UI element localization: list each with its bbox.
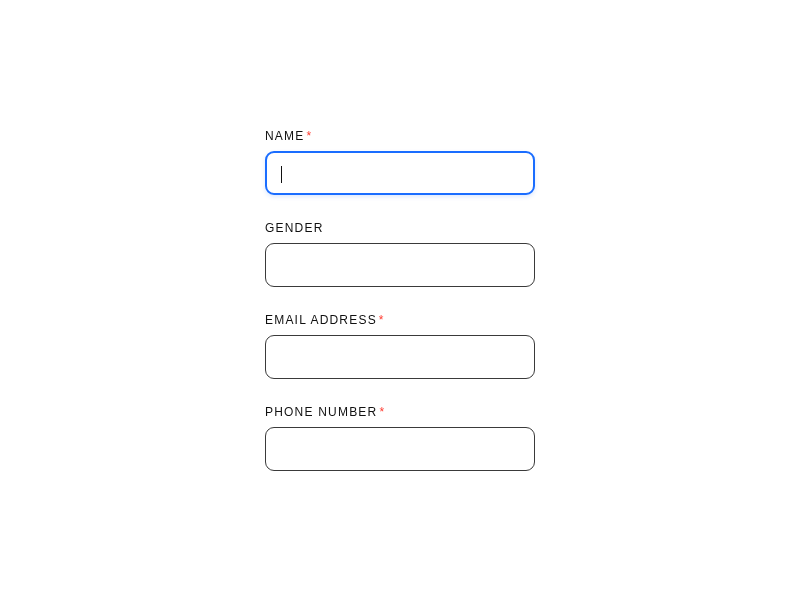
gender-input[interactable] [265,243,535,287]
email-input-value [278,336,522,378]
required-mark-icon: * [306,129,312,143]
name-input-value [279,153,521,193]
field-name: NAME* [265,129,535,195]
gender-input-value [278,244,522,286]
phone-input-value [278,428,522,470]
phone-label: PHONE NUMBER* [265,405,535,419]
email-input[interactable] [265,335,535,379]
required-mark-icon: * [379,405,385,419]
field-phone: PHONE NUMBER* [265,405,535,471]
name-label: NAME* [265,129,535,143]
required-mark-icon: * [379,313,385,327]
gender-label: GENDER [265,221,535,235]
field-gender: GENDER [265,221,535,287]
gender-label-text: GENDER [265,221,324,235]
field-email: EMAIL ADDRESS* [265,313,535,379]
contact-form: NAME* GENDER EMAIL ADDRESS* PHON [265,129,535,471]
email-label-text: EMAIL ADDRESS [265,313,377,327]
email-label: EMAIL ADDRESS* [265,313,535,327]
phone-input[interactable] [265,427,535,471]
phone-label-text: PHONE NUMBER [265,405,377,419]
text-cursor-icon [281,166,282,183]
name-label-text: NAME [265,129,304,143]
name-input[interactable] [265,151,535,195]
